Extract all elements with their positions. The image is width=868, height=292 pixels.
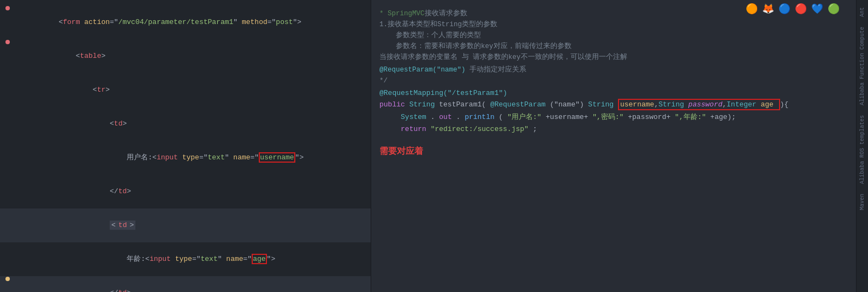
firefox-icon[interactable]: 🦊: [762, 3, 774, 15]
comment-line-4: 参数名：需要和请求参数的key对应，前端传过来的参数: [379, 41, 848, 52]
println-line: System . out . println ( "用户名:" +usernam…: [379, 112, 848, 123]
java-system: System: [401, 113, 426, 121]
line-content-4: <td>: [19, 108, 371, 140]
right-code-panel: 🟠 🦊 🔵 🔴 💙 🟢 * SpringMVC接收请求参数 1.接收基本类型和S…: [371, 0, 856, 292]
params-highlight-box: username,String password,Integer age: [618, 99, 780, 110]
java-username-param: username: [620, 100, 654, 109]
java-requestparam-annotation: @RequestParam: [490, 100, 545, 109]
sidebar-tab-maven[interactable]: Maven: [858, 189, 867, 214]
method-signature-line: public String testParam1( @RequestParam …: [379, 99, 848, 111]
attr-action: action: [80, 18, 110, 26]
code-line-8: 年龄:<input type="text" name="age">: [0, 242, 371, 276]
code-line-4: <td>: [0, 107, 371, 141]
java-println: println: [465, 113, 495, 121]
java-method-name: testParam1(: [439, 100, 486, 109]
line-content-6: </td>: [19, 175, 371, 208]
line-content-1: <form action="/mvc04/parameter/testParam…: [19, 6, 371, 39]
request-param-annotation-comment: @RequestParam("name") 手动指定对应关系: [379, 64, 848, 75]
code-line-5: 用户名:<input type="text" name="username">: [0, 141, 371, 175]
java-public-keyword: public: [379, 100, 405, 109]
return-line: return "redirect:/success.jsp" ;: [379, 124, 848, 135]
gutter-9: [0, 277, 19, 281]
comment-close: */: [379, 75, 848, 86]
needs-match-text: 需要对应着: [379, 146, 423, 156]
comment-block: * SpringMVC接收请求参数 1.接收基本类型和String类型的参数 参…: [379, 8, 848, 86]
java-println-string: "用户名:": [507, 113, 541, 121]
java-string-type2: String: [588, 100, 614, 109]
java-out: out: [439, 113, 451, 121]
line-content-2: <table>: [19, 40, 371, 73]
gutter-2: [0, 40, 19, 44]
java-name-param: ("name"): [550, 100, 588, 109]
string-method-value: post: [276, 18, 293, 26]
code-line-2: <table>: [0, 39, 371, 73]
code-line-7: <td>: [0, 208, 371, 242]
line-content-7: <td>: [19, 209, 371, 242]
tag-form: form: [63, 18, 80, 26]
sidebar-tab-alibaba-function[interactable]: Alibaba Function Compute: [858, 22, 867, 110]
comment-line-5: 当接收请求参数的变量名 与 请求参数的key不一致的时候，可以使用一个注解: [379, 52, 848, 63]
string-action-value: /mvc04/parameter/testParam1: [118, 18, 234, 26]
java-return-string: "redirect:/success.jsp": [431, 125, 528, 133]
request-mapping-annotation: @RequestMapping("/testParam1"): [379, 89, 507, 97]
browser-icons-bar: 🟠 🦊 🔵 🔴 💙 🟢: [746, 3, 840, 15]
edge-icon[interactable]: 🔵: [778, 3, 790, 15]
line-content-5: 用户名:<input type="text" name="username">: [19, 141, 371, 174]
safari-icon[interactable]: 🟢: [828, 3, 840, 15]
chrome-icon[interactable]: 🟠: [746, 3, 758, 15]
request-mapping-line: @RequestMapping("/testParam1"): [379, 89, 848, 97]
line-content-8: 年龄:<input type="text" name="age">: [19, 243, 371, 276]
sidebar-tab-alibaba-ros[interactable]: Alibaba ROS templates: [858, 111, 867, 188]
comment-line-2: 1.接收基本类型和String类型的参数: [379, 19, 848, 30]
attr-method: method: [237, 18, 267, 26]
right-sidebar: Ant Alibaba Function Compute Alibaba ROS…: [856, 0, 868, 292]
left-code-panel: <form action="/mvc04/parameter/testParam…: [0, 0, 371, 292]
code-line-6: </td>: [0, 175, 371, 208]
code-line-1: <form action="/mvc04/parameter/testParam…: [0, 5, 371, 39]
needs-match-label: 需要对应着: [379, 146, 848, 157]
sidebar-tab-ant[interactable]: Ant: [858, 3, 867, 21]
code-line-3: <tr>: [0, 73, 371, 107]
line-content-9: </td>: [19, 277, 371, 292]
line-content-3: <tr>: [19, 74, 371, 106]
opera-icon[interactable]: 💙: [811, 3, 823, 15]
java-return-keyword: return: [401, 125, 426, 133]
ie-icon[interactable]: 🔴: [795, 3, 807, 15]
code-line-9: </td>: [0, 276, 371, 292]
gutter-1: [0, 6, 19, 10]
java-string-type: String: [409, 100, 435, 109]
java-brace-open: ){: [780, 100, 789, 109]
comment-line-3: 参数类型：个人需要的类型: [379, 30, 848, 41]
